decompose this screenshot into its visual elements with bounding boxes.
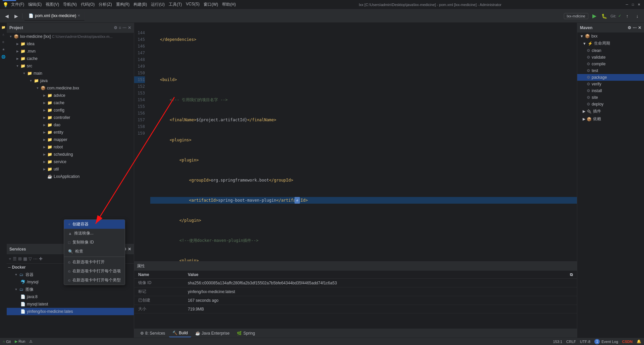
svc-new-btn[interactable]: ✚ [39,256,43,261]
tab-java-enterprise[interactable]: ☕ Java Enterprise [192,330,233,337]
tree-scheduling[interactable]: ▶ 📁 scheduling [7,151,134,158]
tree-dao[interactable]: ▶ 📁 dao [7,121,134,129]
file-tab[interactable]: 📄 pom.xml (lxx-medicine) ✕ [24,11,85,21]
col-copy[interactable]: ⧉ [551,271,577,279]
tree-entity[interactable]: ▶ 📁 entity [7,129,134,136]
notifications-icon[interactable]: 🔔 [637,339,641,344]
menu-tools[interactable]: 工具(T) [169,2,182,7]
svc-group-btn[interactable]: ⊞ [18,256,22,261]
tree-cache-root[interactable]: ▶ 📁 cache [7,55,134,62]
menu-analyze[interactable]: 分析(Z) [99,2,112,7]
close-button[interactable]: ✕ [637,2,641,7]
web-icon[interactable]: 🌐 [0,54,6,60]
tree-cache[interactable]: ▶ 📁 cache [7,99,134,107]
tree-service[interactable]: ▶ 📁 service [7,158,134,165]
maven-test[interactable]: ⚙ test [577,67,644,74]
encoding-item[interactable]: CRLF [566,340,576,344]
tree-app-class[interactable]: ▶ ☕ LxxApplication [7,173,134,180]
maven-header-actions[interactable]: ⚙ ⋯ ✕ [628,25,641,30]
toolbar-btn-back[interactable]: ◀ [3,12,11,20]
project-icon[interactable]: 📁 [0,24,6,30]
run-status-item[interactable]: ▶ Run [15,339,25,344]
maven-lifecycle-group[interactable]: ▼ ⚡ 生命周期 [577,40,644,47]
svc-add-btn[interactable]: + [9,256,11,261]
code-lines[interactable]: </dependencies> <build> <!-- 引用我们的项目名字 -… [148,23,577,261]
git-pull[interactable]: ↓ [633,12,641,20]
maven-plugins-group[interactable]: ▶ 🔌 插件 [577,108,644,115]
menu-navigate[interactable]: 导航(N) [63,2,77,7]
tree-root[interactable]: ▼ 📦 lxx-medicine [lxx] C:\Users\admin\De… [7,33,134,40]
minimize-button[interactable]: ─ [625,2,629,7]
git-status-item[interactable]: ⑃ Git [3,340,11,344]
tree-src[interactable]: ▼ 📁 src [7,62,134,70]
tree-mapper[interactable]: ▶ 📁 mapper [7,136,134,143]
maven-validate[interactable]: ⚙ validate [577,54,644,61]
services-close-icon[interactable]: ✕ [128,247,131,252]
svc-extra-btn[interactable]: ⋯ [33,256,38,261]
tree-advice[interactable]: ▶ 📁 advice [7,92,134,99]
panel-collapse-icon[interactable]: ≡ [119,25,121,30]
maven-settings-icon[interactable]: ⚙ [628,25,631,30]
mysql-image[interactable]: 📄 mysql:latest [7,300,134,308]
bottom-panel-tabs[interactable]: ⚙ 8: Services 🔨 Build ☕ Java Enterprise … [134,328,577,338]
window-controls[interactable]: ─ □ ✕ [625,2,641,7]
maven-package[interactable]: ⚙ package [577,74,644,81]
menu-window[interactable]: 窗口(W) [204,2,218,7]
toolbar-btn-fwd[interactable]: ▶ [12,12,20,20]
debug-button[interactable]: 🐛 [600,12,608,20]
tree-util[interactable]: ▶ 📁 util [7,165,134,173]
menu-run[interactable]: 运行(U) [151,2,165,7]
tree-main[interactable]: ▼ 📁 main [7,70,134,77]
ctx-create-container[interactable]: + 创建容器 [64,220,125,229]
csdn-icon[interactable]: CSDN [622,340,633,344]
maven-deps-group[interactable]: ▶ 📦 依赖 [577,115,644,123]
maven-close-icon[interactable]: ✕ [638,25,641,30]
images-group[interactable]: ▼ 🗂 图像 [7,286,134,293]
menu-bar[interactable]: 文件(F) 编辑(E) 视图(V) 导航(N) 代码(O) 分析(Z) 重构(R… [11,2,236,7]
maven-gear-icon[interactable]: ⋯ [633,25,637,30]
close-file-icon[interactable]: ✕ [77,14,80,17]
svc-list-btn[interactable]: ☰ [13,256,17,261]
commit-icon[interactable]: ⑃ [0,31,6,38]
svc-filter-btn[interactable]: ▽ [29,256,32,261]
maven-deploy[interactable]: ⚙ deploy [577,101,644,108]
tree-pkg[interactable]: ▼ 📦 com.medicine.bxx [7,84,134,92]
tab-build[interactable]: 🔨 Build [169,329,191,337]
maven-verify[interactable]: ⚙ verify [577,81,644,87]
ctx-push-image[interactable]: ▲ 推送映像... [64,229,125,238]
tab-spring[interactable]: 🌿 Spring [233,330,258,337]
menu-view[interactable]: 视图(V) [46,2,59,7]
java8-image[interactable]: 📄 java:8 [7,293,134,300]
menu-build[interactable]: 构建(B) [133,2,147,7]
tree-config[interactable]: ▶ 📁 config [7,107,134,114]
run-button[interactable]: ▶ [590,12,598,20]
todo-status-item[interactable]: ⚠ [29,339,33,344]
svc-col-btn[interactable]: ▦ [23,256,27,261]
maven-install[interactable]: ⚙ install [577,87,644,94]
tree-robot[interactable]: ▶ 📁 robot [7,143,134,151]
git-push[interactable]: ↑ [623,12,631,20]
tree-controller[interactable]: ▶ 📁 controller [7,114,134,121]
menu-vcs[interactable]: VCS(S) [186,2,200,7]
tab-services[interactable]: ⚙ 8: Services [137,330,168,337]
menu-help[interactable]: 帮助(H) [222,2,236,7]
ctx-open-type[interactable]: ⎋ 在新选项卡中打开每个类型 [64,276,125,285]
event-log-item[interactable]: 1 Event Log [594,339,618,344]
panel-close-icon[interactable]: ✕ [128,25,131,30]
maximize-button[interactable]: □ [631,2,635,7]
ctx-open-tab[interactable]: ⎋ 在新选项卡中打开 [64,258,125,267]
menu-file[interactable]: 文件(F) [11,2,24,7]
panel-settings-icon[interactable]: ⚙ [114,25,117,30]
ctx-open-each[interactable]: ⎋ 在新选项卡中打开每个选项 [64,267,125,276]
ctx-copy-id[interactable]: □ 复制映像 ID [64,238,125,247]
favorites-icon[interactable]: ★ [0,46,6,52]
tree-idea[interactable]: ▶ 📁 idea [7,40,134,48]
menu-edit[interactable]: 编辑(E) [28,2,42,7]
maven-clean[interactable]: ⚙ clean [577,47,644,54]
panel-gear-icon[interactable]: ⋯ [122,25,126,30]
yinfeng-image[interactable]: 📄 yinfeng/lxx-medicine:lates [7,308,134,315]
code-editor[interactable]: 144 145 146 147 148 149 150 151 152 153 … [134,23,577,261]
file-type-item[interactable]: UTF-8 [580,340,590,344]
menu-code[interactable]: 代码(O) [81,2,95,7]
project-panel-actions[interactable]: ⚙ ≡ ⋯ ✕ [114,25,131,30]
